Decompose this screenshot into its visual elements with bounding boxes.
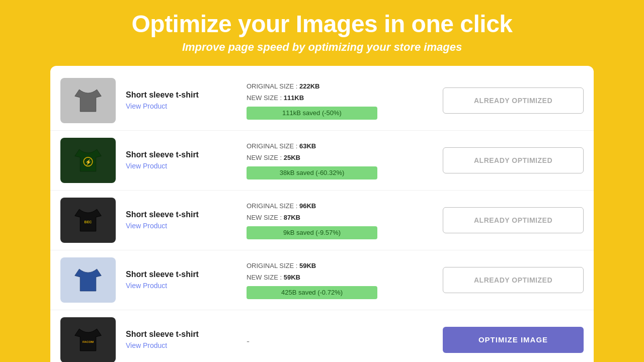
- size-dash: -: [247, 336, 423, 347]
- action-area: OPTIMIZE IMAGE: [433, 327, 584, 353]
- action-area: ALREADY OPTIMIZED: [433, 267, 584, 293]
- product-info: Short sleeve t-shirt View Product: [126, 210, 236, 230]
- action-area: ALREADY OPTIMIZED: [433, 87, 584, 114]
- already-optimized-button: ALREADY OPTIMIZED: [443, 207, 584, 233]
- savings-bar: 38kB saved (-60.32%): [247, 166, 377, 179]
- product-name: Short sleeve t-shirt: [126, 330, 236, 339]
- savings-bar-wrap: 111kB saved (-50%): [247, 107, 423, 120]
- products-panel: Short sleeve t-shirt View Product ORIGIN…: [50, 66, 594, 362]
- already-optimized-button: ALREADY OPTIMIZED: [443, 87, 584, 114]
- product-thumbnail: [60, 78, 116, 123]
- savings-bar: 425B saved (-0.72%): [247, 286, 377, 299]
- size-info: ORIGINAL SIZE : 59KB NEW SIZE : 59KB 425…: [247, 261, 423, 299]
- product-info: Short sleeve t-shirt View Product: [126, 150, 236, 170]
- product-name: Short sleeve t-shirt: [126, 270, 236, 279]
- savings-text: 111kB saved (-50%): [282, 109, 342, 117]
- product-name: Short sleeve t-shirt: [126, 210, 236, 219]
- savings-text: 9kB saved (-9.57%): [283, 229, 341, 236]
- already-optimized-button: ALREADY OPTIMIZED: [443, 267, 584, 293]
- svg-text:⚡: ⚡: [85, 159, 92, 165]
- savings-bar-wrap: 9kB saved (-9.57%): [247, 226, 423, 239]
- action-area: ALREADY OPTIMIZED: [433, 207, 584, 233]
- savings-bar-wrap: 425B saved (-0.72%): [247, 286, 423, 299]
- new-size-text: NEW SIZE : 25KB: [247, 153, 423, 163]
- size-info: ORIGINAL SIZE : 222KB NEW SIZE : 111KB 1…: [247, 81, 423, 120]
- page-header: Optimize your Images in one click Improv…: [0, 0, 644, 62]
- original-size-text: ORIGINAL SIZE : 96KB: [247, 201, 423, 212]
- table-row: Short sleeve t-shirt View Product ORIGIN…: [50, 250, 594, 310]
- original-size-text: ORIGINAL SIZE : 222KB: [247, 81, 423, 92]
- savings-text: 425B saved (-0.72%): [281, 289, 343, 296]
- savings-bar: 111kB saved (-50%): [247, 107, 377, 120]
- savings-bar: 9kB saved (-9.57%): [247, 226, 377, 239]
- table-row: BEC Short sleeve t-shirt View Product OR…: [50, 191, 594, 250]
- view-product-link[interactable]: View Product: [126, 102, 167, 110]
- new-size-text: NEW SIZE : 87KB: [247, 213, 423, 223]
- action-area: ALREADY OPTIMIZED: [433, 147, 584, 173]
- page-title: Optimize your Images in one click: [10, 11, 634, 38]
- table-row: Short sleeve t-shirt View Product ORIGIN…: [50, 71, 594, 131]
- product-info: Short sleeve t-shirt View Product: [126, 330, 236, 350]
- view-product-link[interactable]: View Product: [126, 222, 167, 230]
- original-size-text: ORIGINAL SIZE : 63KB: [247, 141, 423, 152]
- product-thumbnail: FACOM: [60, 317, 116, 362]
- size-info: ORIGINAL SIZE : 63KB NEW SIZE : 25KB 38k…: [247, 141, 423, 179]
- page-subtitle: Improve page speed by optimizing your st…: [10, 41, 634, 54]
- svg-text:FACOM: FACOM: [83, 340, 94, 343]
- product-name: Short sleeve t-shirt: [126, 90, 236, 100]
- table-row: ⚡ Short sleeve t-shirt View Product ORIG…: [50, 131, 594, 191]
- savings-bar-wrap: 38kB saved (-60.32%): [247, 166, 423, 179]
- table-row: FACOM Short sleeve t-shirt View Product …: [50, 310, 594, 362]
- view-product-link[interactable]: View Product: [126, 282, 167, 290]
- already-optimized-button: ALREADY OPTIMIZED: [443, 147, 584, 173]
- optimize-image-button[interactable]: OPTIMIZE IMAGE: [443, 327, 584, 353]
- product-name: Short sleeve t-shirt: [126, 150, 236, 159]
- product-info: Short sleeve t-shirt View Product: [126, 90, 236, 111]
- new-size-text: NEW SIZE : 111KB: [247, 93, 423, 104]
- view-product-link[interactable]: View Product: [126, 341, 167, 349]
- svg-text:BEC: BEC: [85, 220, 92, 224]
- new-size-text: NEW SIZE : 59KB: [247, 273, 423, 283]
- savings-text: 38kB saved (-60.32%): [280, 169, 345, 176]
- product-thumbnail: ⚡: [60, 138, 116, 183]
- original-size-text: ORIGINAL SIZE : 59KB: [247, 261, 423, 272]
- view-product-link[interactable]: View Product: [126, 162, 167, 170]
- size-info: -: [247, 332, 423, 347]
- product-info: Short sleeve t-shirt View Product: [126, 270, 236, 290]
- size-info: ORIGINAL SIZE : 96KB NEW SIZE : 87KB 9kB…: [247, 201, 423, 239]
- product-thumbnail: BEC: [60, 198, 116, 243]
- product-thumbnail: [60, 257, 116, 303]
